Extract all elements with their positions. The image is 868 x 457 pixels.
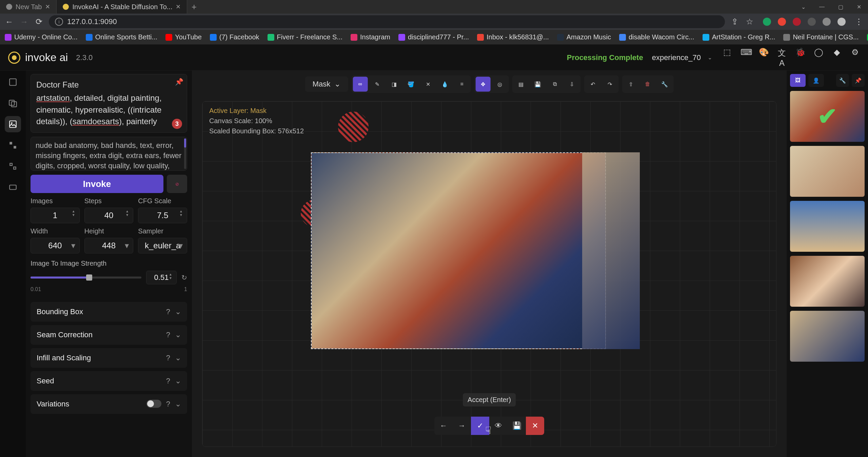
help-icon[interactable]: ? (166, 354, 170, 362)
browser-tab-active[interactable]: InvokeAI - A Stable Diffusion To... ✕ (57, 0, 187, 14)
site-info-icon[interactable]: i (55, 18, 63, 26)
bookmark-item[interactable]: Inbox - klk56831@... (477, 33, 549, 41)
toggle-view-button[interactable]: 👁 (489, 417, 508, 435)
wrench-icon[interactable]: 🔧 (657, 77, 672, 92)
gallery-user-tab[interactable]: 👤 (808, 74, 824, 87)
star-icon[interactable]: ☆ (745, 17, 755, 26)
copy-icon[interactable]: ⧉ (547, 77, 562, 92)
bug-icon[interactable]: 🐞 (795, 47, 805, 68)
clear-tool[interactable]: ✕ (420, 77, 435, 92)
extension-icon[interactable] (763, 18, 771, 26)
bbox-tool[interactable]: ◎ (492, 77, 507, 92)
layers-icon[interactable]: ▤ (513, 77, 528, 92)
browser-tab[interactable]: New Tab ✕ (0, 0, 57, 14)
txt2img-tab[interactable] (5, 74, 21, 90)
reset-icon[interactable]: ↻ (181, 273, 187, 282)
width-select[interactable]: 640 (31, 238, 80, 253)
base-tool[interactable]: ∞ (353, 77, 368, 92)
bookmark-item[interactable]: Neil Fontaine | CGS... (783, 33, 859, 41)
chevron-down-icon[interactable]: ⌄ (175, 354, 181, 362)
help-icon[interactable]: ? (166, 307, 170, 316)
bookmark-item[interactable]: disable Wacom Circ... (619, 33, 694, 41)
minimize-icon[interactable]: — (819, 4, 825, 10)
help-icon[interactable]: ? (166, 330, 170, 339)
bookmark-item[interactable]: LINE WEBTOON - G... (867, 33, 868, 41)
menu-icon[interactable]: ⋮ (854, 17, 864, 26)
keyboard-icon[interactable]: ⌨ (741, 47, 750, 68)
extension-icon[interactable] (778, 18, 786, 26)
eraser-tool[interactable]: ◨ (387, 77, 401, 92)
accordion-variations[interactable]: Variations?⌄ (31, 394, 187, 414)
save-staging-button[interactable]: 💾 (508, 417, 526, 435)
bookmark-item[interactable]: Instagram (351, 33, 390, 41)
fill-tool[interactable]: 🪣 (403, 77, 418, 92)
cfg-input[interactable]: 7.5▲▼ (138, 208, 187, 223)
img2img-tab[interactable] (5, 95, 21, 111)
download-icon[interactable]: ⇩ (564, 77, 579, 92)
accordion-seam-correction[interactable]: Seam Correction?⌄ (31, 325, 187, 345)
training-tab[interactable] (5, 179, 21, 195)
gallery-thumb[interactable] (790, 201, 865, 252)
palette-icon[interactable]: 🎨 (759, 47, 768, 68)
bookmark-item[interactable]: YouTube (165, 33, 202, 41)
help-icon[interactable]: ? (166, 400, 170, 408)
bookmark-item[interactable]: Amazon Music (557, 33, 611, 41)
bookmark-item[interactable]: ArtStation - Greg R... (703, 33, 775, 41)
close-icon[interactable]: ✕ (45, 3, 50, 11)
accordion-infill-and-scaling[interactable]: Infill and Scaling?⌄ (31, 348, 187, 368)
close-window-icon[interactable]: ✕ (857, 4, 861, 10)
github-icon[interactable]: ◯ (814, 47, 823, 68)
gallery-thumb[interactable] (790, 311, 865, 362)
scrollbar[interactable] (184, 138, 186, 169)
bookmark-item[interactable]: disciplined777 - Pr... (398, 33, 469, 41)
url-input[interactable]: i 127.0.0.1:9090 (49, 15, 725, 28)
maximize-icon[interactable]: ▢ (838, 4, 843, 10)
extension-icon[interactable] (793, 18, 801, 26)
close-icon[interactable]: ✕ (176, 3, 181, 11)
gallery-thumb[interactable] (790, 146, 865, 197)
postprocess-tab[interactable] (5, 158, 21, 174)
chevron-down-icon[interactable]: ⌄ (175, 377, 181, 385)
forward-icon[interactable]: → (19, 17, 29, 26)
steps-input[interactable]: 40▲▼ (84, 208, 134, 223)
spinner-icon[interactable]: ▲▼ (169, 272, 174, 283)
spinner-icon[interactable]: ▲▼ (179, 209, 184, 222)
slider-thumb[interactable] (86, 274, 92, 281)
chevron-down-icon[interactable]: ⌄ (801, 4, 806, 10)
accordion-bounding-box[interactable]: Bounding Box?⌄ (31, 302, 187, 322)
gallery-pin-icon[interactable]: 📌 (852, 74, 865, 87)
bookmark-item[interactable]: (7) Facebook (210, 33, 259, 41)
new-tab-button[interactable]: + (187, 0, 201, 14)
pin-icon[interactable]: 📌 (175, 77, 183, 87)
extension-icon[interactable] (823, 18, 831, 26)
save-icon[interactable]: 💾 (530, 77, 545, 92)
prompt-input[interactable]: 📌 Doctor Fate artstation, detailed, digi… (31, 74, 187, 133)
gallery-thumb[interactable] (790, 256, 865, 307)
lines-icon[interactable]: ≡ (454, 77, 469, 92)
move-tool[interactable]: ✥ (475, 77, 490, 92)
chevron-down-icon[interactable]: ⌄ (175, 400, 181, 408)
layer-select[interactable]: Mask⌄ (305, 76, 348, 92)
undo-icon[interactable]: ↶ (585, 77, 600, 92)
bookmark-item[interactable]: Udemy - Online Co... (5, 33, 78, 41)
images-input[interactable]: 1▲▼ (31, 208, 80, 223)
chevron-down-icon[interactable]: ⌄ (175, 330, 181, 339)
share-icon[interactable]: ⇪ (730, 17, 740, 26)
language-icon[interactable]: 文A (777, 47, 787, 68)
gallery-settings-icon[interactable]: 🔧 (836, 74, 849, 87)
brush-tool[interactable]: ✎ (370, 77, 384, 92)
avatar-icon[interactable] (837, 18, 846, 26)
trash-icon[interactable]: 🗑 (640, 77, 655, 92)
prev-button[interactable]: ← (434, 417, 453, 435)
upload-icon[interactable]: ⇧ (623, 77, 638, 92)
bookmark-item[interactable]: Online Sports Betti... (86, 33, 157, 41)
gallery-thumb[interactable]: ✔ (790, 91, 865, 142)
canvas-viewport[interactable]: Active Layer: Mask Canvas Scale: 100% Sc… (202, 101, 776, 447)
settings-icon[interactable]: ⚙ (850, 47, 860, 68)
color-picker-tool[interactable]: 💧 (437, 77, 452, 92)
spinner-icon[interactable]: ▲▼ (72, 209, 77, 222)
spinner-icon[interactable]: ▲▼ (125, 209, 130, 222)
invoke-button[interactable]: Invoke (31, 175, 163, 193)
discord-icon[interactable]: ◆ (832, 47, 842, 68)
nodes-tab[interactable] (5, 137, 21, 153)
